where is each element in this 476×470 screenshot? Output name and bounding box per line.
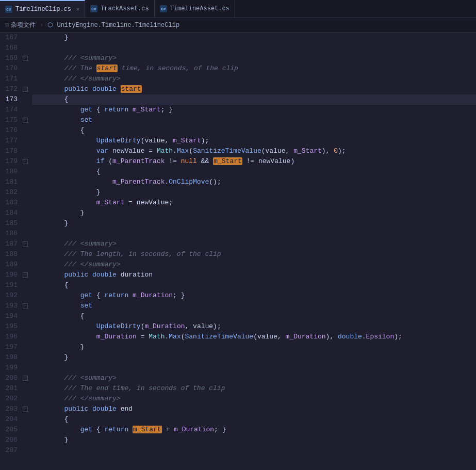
fold-192 xyxy=(22,290,29,301)
code-line-175: set xyxy=(32,115,476,125)
fold-174 xyxy=(22,105,29,115)
code-line-188: /// The length, in seconds, of the clip xyxy=(32,249,476,260)
tab-bar: C# TimelineClip.cs ✕ C# TrackAsset.cs C#… xyxy=(0,0,476,18)
fold-180 xyxy=(22,167,29,177)
ln-179: 179 xyxy=(0,156,18,167)
ln-178: 178 xyxy=(0,146,18,156)
breadcrumb-separator: › xyxy=(40,22,43,29)
code-text: m_Duration = Math.Max(SanitizeTimeValue(… xyxy=(32,332,402,342)
code-line-171: /// </summary> xyxy=(32,74,476,84)
code-line-184: } xyxy=(32,208,476,218)
code-line-187: /// <summary> xyxy=(32,239,476,249)
code-text: /// </summary> xyxy=(32,394,121,404)
tab-icon-cs: C# xyxy=(5,6,12,13)
tab-icon-cs2: C# xyxy=(90,5,97,12)
tab-timeline-clip[interactable]: C# TimelineClip.cs ✕ xyxy=(0,0,85,18)
code-text: get { return m_Start + m_Duration; } xyxy=(32,425,226,435)
fold-207 xyxy=(22,445,29,456)
fold-167 xyxy=(22,33,29,43)
code-text: /// <summary> xyxy=(32,373,117,383)
code-line-202: /// </summary> xyxy=(32,394,476,404)
code-line-176: { xyxy=(32,125,476,136)
code-line-203: public double end xyxy=(32,404,476,414)
code-text: /// The length, in seconds, of the clip xyxy=(32,249,221,260)
ln-206: 206 xyxy=(0,435,18,445)
ln-180: 180 xyxy=(0,167,18,177)
fold-183 xyxy=(22,198,29,208)
fold-172[interactable]: − xyxy=(22,84,29,94)
code-line-190: public double duration xyxy=(32,270,476,280)
fold-194 xyxy=(22,311,29,321)
fold-196 xyxy=(22,332,29,342)
fold-203[interactable]: − xyxy=(22,404,29,414)
code-line-178: var newValue = Math.Max(SanitizeTimeValu… xyxy=(32,146,476,156)
code-text: /// </summary> xyxy=(32,74,121,84)
fold-200[interactable]: − xyxy=(22,373,29,383)
fold-169[interactable]: − xyxy=(22,53,29,63)
ln-183: 183 xyxy=(0,198,18,208)
code-line-169: /// <summary> xyxy=(32,53,476,63)
tab-close-button[interactable]: ✕ xyxy=(76,6,79,12)
fold-179[interactable]: − xyxy=(22,156,29,167)
tab-track-asset[interactable]: C# TrackAsset.cs xyxy=(85,0,155,18)
ln-174: 174 xyxy=(0,105,18,115)
code-text: public double duration xyxy=(32,270,153,280)
ln-196: 196 xyxy=(0,332,18,342)
tab-label3: TimelineAsset.cs xyxy=(170,5,229,12)
breadcrumb-prefix: 杂项文件 xyxy=(11,21,36,29)
tab-icon-cs3: C# xyxy=(160,5,167,12)
code-line-168 xyxy=(32,43,476,53)
line-number-gutter: 167 168 169 170 171 172 173 174 175 176 … xyxy=(0,33,22,470)
ln-204: 204 xyxy=(0,414,18,425)
ln-191: 191 xyxy=(0,280,18,290)
ln-175: 175 xyxy=(0,115,18,125)
code-text: } xyxy=(32,208,84,218)
code-text: set xyxy=(32,115,92,125)
fold-175[interactable]: − xyxy=(22,115,29,125)
code-line-183: m_Start = newValue; xyxy=(32,198,476,208)
code-line-170: /// The start time, in seconds, of the c… xyxy=(32,63,476,74)
ln-181: 181 xyxy=(0,177,18,187)
code-text: { xyxy=(32,94,68,105)
fold-190[interactable]: − xyxy=(22,270,29,280)
code-line-201: /// The end time, in seconds of the clip xyxy=(32,383,476,394)
code-text: } xyxy=(32,187,101,198)
fold-177 xyxy=(22,136,29,146)
tab-timeline-asset[interactable]: C# TimelineAsset.cs xyxy=(155,0,235,18)
fold-column: − − − − − − − − − xyxy=(22,33,29,470)
code-line-198: } xyxy=(32,352,476,363)
fold-193[interactable]: − xyxy=(22,301,29,311)
fold-168 xyxy=(22,43,29,53)
fold-189 xyxy=(22,260,29,270)
ln-199: 199 xyxy=(0,363,18,373)
code-text: m_ParentTrack.OnClipMove(); xyxy=(32,177,221,187)
code-text: UpdateDirty(m_Duration, value); xyxy=(32,321,221,332)
code-line-167: } xyxy=(32,33,476,43)
ln-168: 168 xyxy=(0,43,18,53)
ln-197: 197 xyxy=(0,342,18,352)
ln-171: 171 xyxy=(0,74,18,84)
code-line-207 xyxy=(32,445,476,456)
code-line-177: UpdateDirty(value, m_Start); xyxy=(32,136,476,146)
code-text: /// <summary> xyxy=(32,53,117,63)
fold-184 xyxy=(22,208,29,218)
fold-187[interactable]: − xyxy=(22,239,29,249)
code-line-204: { xyxy=(32,414,476,425)
code-line-174: get { return m_Start; } xyxy=(32,105,476,115)
code-line-172: public double start xyxy=(32,84,476,94)
breadcrumb-bar: ⊞ 杂项文件 › ⬡ UnityEngine.Timeline.Timeline… xyxy=(0,18,476,33)
code-text: if (m_ParentTrack != null && m_Start != … xyxy=(32,156,294,167)
ln-185: 185 xyxy=(0,218,18,229)
ln-198: 198 xyxy=(0,352,18,363)
code-text: { xyxy=(32,311,84,321)
code-editor[interactable]: } /// <summary> /// The start time, in s… xyxy=(29,33,476,470)
ln-189: 189 xyxy=(0,260,18,270)
code-line-205: get { return m_Start + m_Duration; } xyxy=(32,425,476,435)
code-text: /// The start time, in seconds, of the c… xyxy=(32,63,238,74)
ln-195: 195 xyxy=(0,321,18,332)
ln-188: 188 xyxy=(0,249,18,260)
code-line-173: { xyxy=(32,94,476,105)
code-text: { xyxy=(32,280,68,290)
code-text: } xyxy=(32,435,68,445)
fold-205 xyxy=(22,425,29,435)
